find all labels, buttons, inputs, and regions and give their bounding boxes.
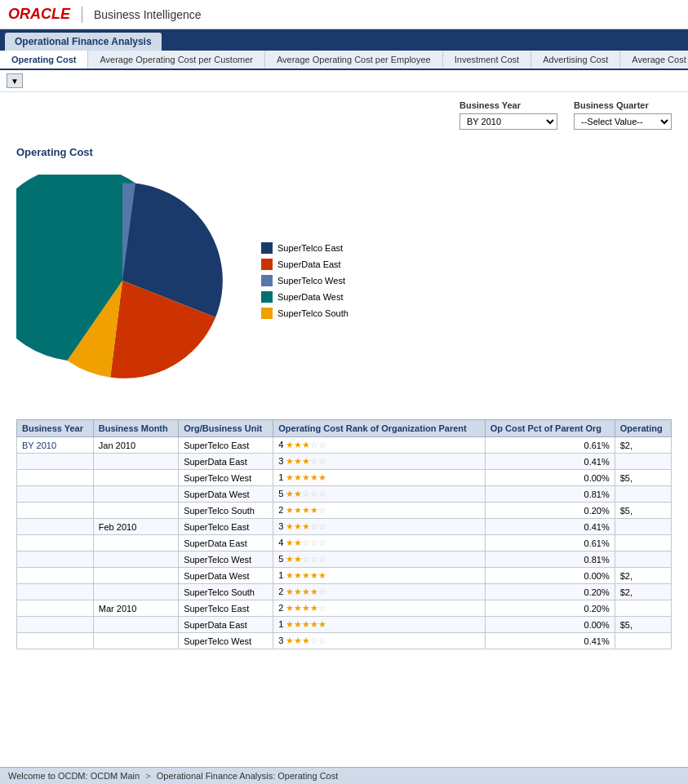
cell-year (17, 503, 94, 519)
business-quarter-select[interactable]: --Select Value-- Q1 Q2 Q3 Q4 (574, 113, 672, 130)
star-rating: ★★★★ (286, 603, 318, 613)
table-row: SuperData East 3 ★★★☆☆ 0.41% (17, 454, 672, 470)
cell-year (17, 519, 94, 535)
legend-label-supertelco-south: SuperTelco South (277, 308, 348, 318)
star-rating: ★★★ (286, 636, 310, 645)
oracle-header: ORACLE Business Intelligence (0, 0, 688, 29)
col-header-rank[interactable]: Operating Cost Rank of Organization Pare… (273, 420, 485, 437)
cell-rank: 4 ★★★☆☆ (273, 437, 485, 454)
cell-org: SuperTelco South (179, 584, 273, 600)
oracle-logo: ORACLE Business Intelligence (8, 6, 202, 23)
tab-avg-op-cost-customer[interactable]: Average Operating Cost per Customer (88, 51, 265, 69)
cell-org: SuperTelco West (179, 633, 273, 649)
table-row: BY 2010 Jan 2010 SuperTelco East 4 ★★★☆☆… (17, 437, 672, 454)
legend-color-supertelco-south (261, 308, 273, 319)
table-row: SuperTelco South 2 ★★★★☆ 0.20% $5, (17, 503, 672, 519)
cell-op: $2, (615, 584, 671, 600)
cell-year (17, 633, 94, 649)
star-rating: ★★ (286, 489, 302, 498)
pie-chart (16, 175, 229, 387)
table-row: Feb 2010 SuperTelco East 3 ★★★☆☆ 0.41% (17, 519, 672, 535)
status-separator: > (145, 771, 150, 781)
legend-color-supertelco-east (261, 242, 273, 254)
star-rating: ★★★ (286, 456, 310, 466)
cell-month (93, 617, 178, 633)
tab-operating-cost[interactable]: Operating Cost (0, 51, 88, 70)
cell-rank: 5 ★★☆☆☆ (273, 551, 485, 568)
legend-label-superdata-east: SuperData East (277, 259, 341, 269)
col-header-year[interactable]: Business Year (17, 420, 94, 437)
filter-group-year: Business Year BY 2010 BY 2009 BY 2011 (459, 100, 557, 130)
business-quarter-label: Business Quarter (574, 100, 672, 110)
legend-item-superdata-west: SuperData West (261, 291, 348, 303)
cell-year (17, 600, 94, 617)
table-row: SuperData West 5 ★★☆☆☆ 0.81% (17, 486, 672, 503)
table-row: SuperData East 4 ★★☆☆☆ 0.61% (17, 535, 672, 551)
col-header-op[interactable]: Operating (615, 420, 671, 437)
cell-pct: 0.20% (485, 584, 615, 600)
cell-op (615, 535, 671, 551)
data-table: Business Year Business Month Org/Busines… (16, 419, 672, 649)
cell-year (17, 568, 94, 584)
table-row: SuperData West 1 ★★★★★ 0.00% $2, (17, 568, 672, 584)
cell-rank: 1 ★★★★★ (273, 470, 485, 486)
cell-pct: 0.61% (485, 437, 615, 454)
cell-pct: 0.00% (485, 568, 615, 584)
chart-section: Operating Cost (0, 138, 688, 411)
cell-rank: 2 ★★★★☆ (273, 503, 485, 519)
legend-item-supertelco-south: SuperTelco South (261, 308, 348, 319)
cell-op (615, 454, 671, 470)
business-year-select[interactable]: BY 2010 BY 2009 BY 2011 (459, 113, 557, 130)
col-header-pct[interactable]: Op Cost Pct of Parent Org (485, 420, 615, 437)
table-row: SuperTelco West 5 ★★☆☆☆ 0.81% (17, 551, 672, 568)
star-rating: ★★★ (286, 521, 310, 531)
cell-year (17, 486, 94, 503)
toolbar-dropdown[interactable]: ▼ (7, 73, 23, 88)
cell-month: Mar 2010 (93, 600, 178, 617)
legend-label-superdata-west: SuperData West (277, 292, 344, 302)
tab-advertising-cost[interactable]: Advertising Cost (531, 51, 620, 69)
cell-org: SuperTelco East (179, 437, 273, 454)
cell-year: BY 2010 (17, 437, 94, 454)
tab-average-cost[interactable]: Average Cost (620, 51, 688, 69)
cell-op (615, 486, 671, 503)
cell-month (93, 503, 178, 519)
star-rating: ★★★★★ (286, 570, 326, 580)
status-breadcrumb: Operational Finance Analysis: Operating … (157, 771, 339, 781)
cell-year (17, 454, 94, 470)
legend-color-superdata-west (261, 291, 273, 303)
cell-year (17, 584, 94, 600)
tab-investment-cost[interactable]: Investment Cost (443, 51, 531, 69)
page-tab-bar: Operational Finance Analysis (0, 29, 688, 51)
content-tabs: Operating Cost Average Operating Cost pe… (0, 51, 688, 70)
cell-pct: 0.81% (485, 486, 615, 503)
filter-group-quarter: Business Quarter --Select Value-- Q1 Q2 … (574, 100, 672, 130)
col-header-org[interactable]: Org/Business Unit (179, 420, 273, 437)
cell-org: SuperTelco East (179, 600, 273, 617)
cell-pct: 0.81% (485, 551, 615, 568)
cell-op (615, 519, 671, 535)
tab-avg-op-cost-employee[interactable]: Average Operating Cost per Employee (265, 51, 443, 69)
cell-month (93, 486, 178, 503)
chart-container: SuperTelco East SuperData East SuperTelc… (16, 166, 672, 395)
page-tab[interactable]: Operational Finance Analysis (5, 33, 162, 51)
cell-month (93, 454, 178, 470)
table-row: SuperTelco South 2 ★★★★☆ 0.20% $2, (17, 584, 672, 600)
cell-org: SuperTelco East (179, 519, 273, 535)
cell-org: SuperTelco West (179, 470, 273, 486)
cell-org: SuperData East (179, 617, 273, 633)
cell-org: SuperData West (179, 486, 273, 503)
cell-op: $5, (615, 470, 671, 486)
cell-pct: 0.41% (485, 633, 615, 649)
legend-label-supertelco-west: SuperTelco West (277, 276, 345, 286)
cell-pct: 0.41% (485, 519, 615, 535)
col-header-month[interactable]: Business Month (93, 420, 178, 437)
cell-pct: 0.20% (485, 503, 615, 519)
cell-year (17, 551, 94, 568)
cell-org: SuperTelco South (179, 503, 273, 519)
cell-org: SuperData West (179, 568, 273, 584)
status-welcome: Welcome to OCDM: OCDM Main (8, 771, 140, 781)
cell-rank: 3 ★★★☆☆ (273, 519, 485, 535)
table-row: SuperTelco West 1 ★★★★★ 0.00% $5, (17, 470, 672, 486)
cell-org: SuperData East (179, 535, 273, 551)
